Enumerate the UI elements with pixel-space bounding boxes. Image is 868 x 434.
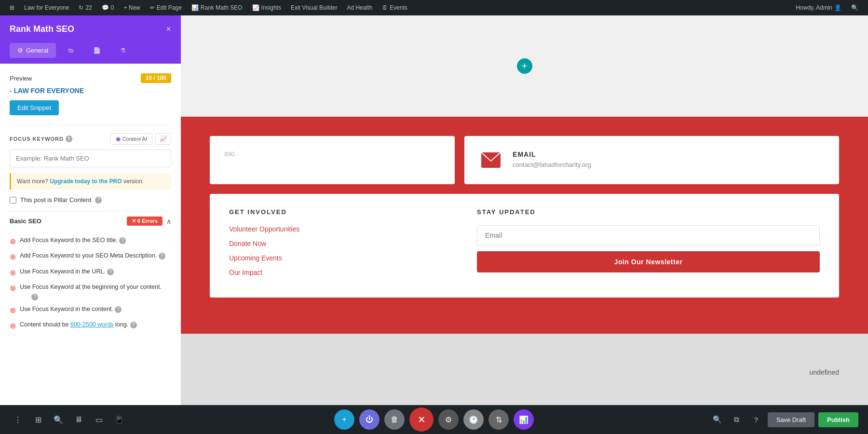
toolbar-close-button[interactable]: ✕ [409,407,434,432]
add-block-button[interactable]: + [517,58,532,74]
preview-label: Preview [10,75,32,82]
insights-link[interactable]: 📈 Insights [248,0,285,15]
pillar-content-help-icon[interactable]: ? [95,197,102,203]
toolbar-right: 🔍 ⧉ ? Save Draft Publish [710,412,858,427]
toolbar-move-button[interactable]: ⇅ [488,409,509,430]
updates-icon: ↻ [79,4,83,11]
error-3-help-icon[interactable]: ? [107,269,114,275]
chart-bar-icon: 📊 [519,415,529,424]
events-icon: 🗓 [382,4,388,11]
toolbar-add-button[interactable]: + [334,409,354,430]
content-ai-button[interactable]: ◉ Content AI [110,133,152,145]
error-text-3: Use Focus Keyword in the URL. ? [20,268,171,276]
events-link[interactable]: 🗓 Events [378,0,411,15]
rank-math-link[interactable]: 📊 Rank Math SEO [188,0,246,15]
exit-visual-builder-link[interactable]: Exit Visual Builder [287,0,341,15]
footer-link-events[interactable]: Upcoming Events [229,254,458,262]
focus-keyword-input[interactable] [10,149,171,167]
power-icon: ⏻ [366,415,373,424]
social-tab-icon: 🛍 [68,47,74,54]
ad-health-link[interactable]: Ad Health [343,0,376,15]
preview-section: Preview 10 / 100 - LAW FOR EVERYONE Edit… [10,73,171,115]
mobile-icon: 📱 [114,415,124,424]
error-4-help-icon[interactable]: ? [31,294,38,300]
general-tab-label: General [26,47,48,54]
tab-social[interactable]: 🛍 [60,43,81,58]
seo-error-4: ⊗ Use Focus Keyword at the beginning of … [10,283,171,300]
errors-badge: ✕ 6 Errors [127,217,163,226]
keyword-chart-button[interactable]: 📈 [155,133,171,145]
rank-math-panel: Rank Math SEO × ⚙ General 🛍 📄 ⚗ Preview [0,15,181,434]
upgrade-link[interactable]: Upgrade today to the PRO [50,178,122,185]
toolbar-help-button[interactable]: ? [748,412,764,427]
publish-button[interactable]: Publish [818,412,858,427]
pillar-content-checkbox[interactable] [10,197,16,203]
newsletter-email-input[interactable] [477,225,820,245]
edit-page-link[interactable]: ✏ Edit Page [146,0,186,15]
edit-snippet-button[interactable]: Edit Snippet [10,100,59,115]
focus-keyword-help-icon[interactable]: ? [66,136,72,142]
panel-header: Rank Math SEO × [0,15,181,43]
panel-title: Rank Math SEO [10,24,74,34]
footer-link-impact[interactable]: Our Impact [229,269,458,276]
footer-stay-updated: STAY UPDATED Join Our Newsletter [477,208,820,283]
toolbar-analytics-button[interactable]: 📊 [514,409,534,430]
comments-icon: 💬 [102,4,109,11]
tab-advanced[interactable]: ⚗ [112,43,134,58]
panel-close-button[interactable]: × [166,24,171,34]
user-avatar-icon: 👤 [834,4,841,11]
basic-seo-collapse-icon[interactable]: ∧ [166,217,171,225]
error-5-help-icon[interactable]: ? [115,306,122,313]
footer-link-donate[interactable]: Donate Now [229,240,458,247]
schema-tab-icon: 📄 [93,47,101,54]
focus-keyword-section: FOCUS KEYWORD ? ◉ Content AI 📈 [10,133,171,173]
email-icon [481,152,501,168]
trash-icon: 🗑 [391,415,398,424]
new-link[interactable]: + New [120,0,144,15]
toolbar-search-button[interactable]: 🔍 [50,411,67,428]
toolbar-desktop-button[interactable]: 🖥 [70,411,87,428]
desktop-icon: 🖥 [75,415,82,424]
tablet-icon: ▭ [95,415,103,424]
error-text-6: Content should be 600-2500 words long. ? [20,321,171,329]
error-1-help-icon[interactable]: ? [119,237,126,244]
upgrade-banner: Want more? Upgrade today to the PRO vers… [10,173,171,190]
chart-icon: 📈 [160,136,167,142]
comments-link[interactable]: 💬 0 [98,0,118,15]
site-name[interactable]: Law for Everyone [20,0,73,15]
toolbar-search-right-button[interactable]: 🔍 [710,412,725,427]
updates-link[interactable]: ↻ 22 [75,0,95,15]
wp-logo[interactable]: ⊞ [6,0,18,15]
footer-link-volunteer[interactable]: Volunteer Opportunities [229,225,458,233]
preview-title: - LAW FOR EVERYONE [10,87,171,95]
toolbar-trash-button[interactable]: 🗑 [384,409,405,430]
toolbar-tablet-button[interactable]: ▭ [91,411,107,428]
error-2-help-icon[interactable]: ? [159,253,165,259]
error-6-help-icon[interactable]: ? [130,322,137,328]
save-draft-button[interactable]: Save Draft [768,412,814,427]
search-bar-toggle[interactable]: 🔍 [847,0,862,15]
error-text-2: Add Focus Keyword to your SEO Meta Descr… [20,252,171,260]
edit-icon: ✏ [150,4,155,11]
howdy-user[interactable]: Howdy, Admin 👤 [792,0,845,15]
toolbar-history-button[interactable]: 🕐 [463,409,484,430]
toolbar-power-button[interactable]: ⏻ [359,409,380,430]
toolbar-options-button[interactable]: ⋮ [10,411,26,428]
seo-error-2: ⊗ Add Focus Keyword to your SEO Meta Des… [10,252,171,262]
tab-schema[interactable]: 📄 [85,43,108,58]
toolbar-mobile-button[interactable]: 📱 [111,411,127,428]
seo-error-3: ⊗ Use Focus Keyword in the URL. ? [10,268,171,278]
toolbar-settings-button[interactable]: ⚙ [438,409,459,430]
preview-footer-section: 890 EMAIL contact@fahadforcharity.org [181,117,868,334]
error-6-link[interactable]: 600-2500 words [70,321,114,328]
layers-icon: ⧉ [734,415,739,424]
toolbar-layout-button[interactable]: ⊞ [30,411,46,428]
toolbar-layers-button[interactable]: ⧉ [729,412,745,427]
basic-seo-label: Basic SEO [10,217,41,225]
dots-icon: ⋮ [14,415,22,424]
layout-icon: ⊞ [35,415,41,424]
newsletter-join-button[interactable]: Join Our Newsletter [477,251,820,272]
tab-general[interactable]: ⚙ General [10,43,56,58]
email-icon-wrap [479,150,503,170]
pillar-content-row: This post is Pillar Content ? [10,196,171,203]
